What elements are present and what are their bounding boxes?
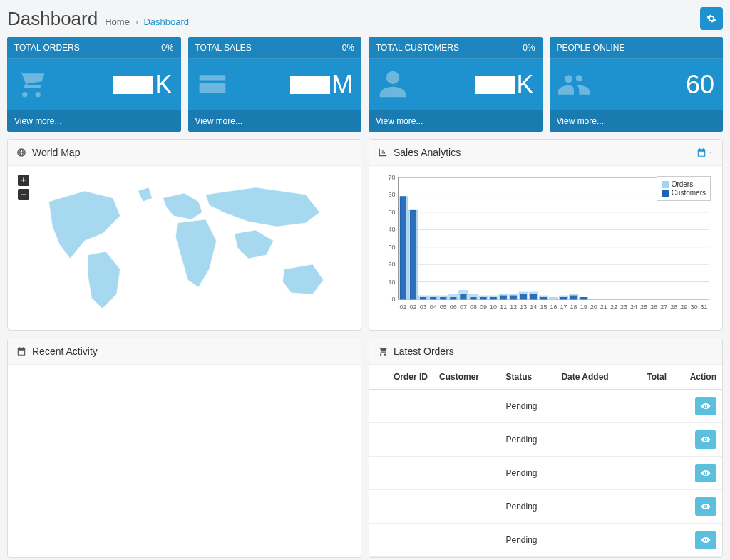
world-map[interactable]: + − (15, 173, 354, 323)
panel-title: Latest Orders (394, 346, 454, 357)
view-order-button[interactable] (695, 497, 716, 516)
tile-total-orders: TOTAL ORDERS 0% K View more... (7, 37, 181, 132)
svg-text:24: 24 (630, 304, 637, 311)
cell-order-id (369, 490, 433, 524)
tile-view-more[interactable]: View more... (7, 110, 181, 132)
svg-text:70: 70 (388, 174, 395, 181)
cell-status: Pending (500, 457, 555, 490)
th-order-id: Order ID (369, 365, 433, 390)
tile-label: PEOPLE ONLINE (557, 43, 625, 53)
cell-date (555, 423, 632, 457)
svg-text:10: 10 (490, 304, 497, 311)
view-order-button[interactable] (695, 531, 716, 549)
latest-orders-table: Order ID Customer Status Date Added Tota… (369, 365, 722, 557)
settings-button[interactable] (700, 7, 723, 30)
view-order-button[interactable] (695, 430, 716, 449)
breadcrumb-home[interactable]: Home (105, 16, 130, 27)
panel-title: Sales Analytics (394, 147, 461, 158)
panel-world-map: World Map + − (7, 139, 361, 331)
tile-suffix: K (516, 70, 533, 100)
svg-rect-47 (510, 296, 516, 299)
svg-text:08: 08 (470, 304, 477, 311)
cart-icon (378, 346, 388, 356)
svg-text:10: 10 (388, 279, 395, 286)
tile-view-more[interactable]: View more... (369, 110, 543, 132)
svg-rect-39 (431, 298, 436, 299)
svg-rect-32 (549, 298, 557, 299)
table-row: Pending (369, 457, 722, 490)
svg-rect-46 (500, 296, 506, 299)
svg-text:15: 15 (540, 304, 547, 311)
cell-date (555, 524, 632, 557)
svg-text:16: 16 (550, 304, 557, 311)
svg-text:40: 40 (388, 226, 395, 233)
cell-total (632, 390, 672, 423)
tile-pct: 0% (523, 43, 535, 53)
globe-icon (16, 147, 26, 157)
panel-latest-orders: Latest Orders Order ID Customer Status D… (369, 338, 723, 558)
breadcrumb-current[interactable]: Dashboard (143, 16, 189, 27)
tile-total-customers: TOTAL CUSTOMERS 0% K View more... (369, 37, 543, 132)
zoom-in-button[interactable]: + (18, 175, 29, 186)
cell-customer (433, 524, 500, 557)
tile-label: TOTAL SALES (195, 43, 252, 53)
svg-rect-40 (441, 298, 446, 299)
tile-view-more[interactable]: View more... (188, 110, 362, 132)
date-range-button[interactable] (696, 147, 714, 157)
svg-text:25: 25 (640, 304, 647, 311)
cell-status: Pending (500, 490, 555, 524)
table-row: Pending (369, 490, 722, 524)
legend-customers: Customers (672, 189, 706, 197)
svg-rect-49 (530, 294, 536, 299)
eye-icon (701, 435, 711, 445)
view-order-button[interactable] (695, 397, 716, 415)
svg-rect-52 (571, 296, 577, 299)
table-row: Pending (369, 390, 722, 423)
cell-total (632, 423, 672, 457)
svg-text:20: 20 (590, 304, 597, 311)
panel-recent-activity: Recent Activity (7, 338, 361, 558)
users-icon (558, 68, 590, 102)
tile-total-sales: TOTAL SALES 0% M View more... (188, 37, 362, 132)
svg-text:31: 31 (700, 304, 707, 311)
svg-text:20: 20 (388, 261, 395, 268)
cell-status: Pending (500, 524, 555, 557)
th-date: Date Added (555, 365, 632, 390)
svg-text:30: 30 (388, 244, 395, 251)
cell-order-id (369, 457, 433, 490)
breadcrumb: Home › Dashboard (105, 16, 189, 27)
panel-sales-analytics: Sales Analytics 010203040506070010203040… (369, 139, 723, 331)
svg-text:19: 19 (580, 304, 587, 311)
view-order-button[interactable] (695, 464, 716, 482)
svg-text:50: 50 (388, 209, 395, 216)
gear-icon (706, 14, 716, 24)
svg-text:05: 05 (440, 304, 447, 311)
svg-rect-53 (581, 298, 587, 299)
chart-legend: Orders Customers (657, 176, 711, 201)
value-mask (290, 76, 330, 94)
svg-rect-43 (471, 298, 476, 299)
tile-suffix: K (155, 70, 172, 100)
svg-rect-42 (461, 294, 466, 299)
tile-suffix: M (331, 70, 353, 100)
svg-text:21: 21 (600, 304, 607, 311)
svg-text:03: 03 (420, 304, 427, 311)
calendar-icon (696, 147, 706, 157)
zoom-out-button[interactable]: − (18, 189, 29, 200)
svg-text:12: 12 (510, 304, 517, 311)
stat-tiles: TOTAL ORDERS 0% K View more... TOTAL SAL… (7, 37, 723, 132)
svg-text:23: 23 (620, 304, 627, 311)
svg-text:30: 30 (690, 304, 697, 311)
svg-text:17: 17 (560, 304, 567, 311)
svg-text:06: 06 (450, 304, 457, 311)
svg-rect-41 (451, 298, 456, 299)
svg-rect-44 (480, 298, 486, 299)
svg-text:28: 28 (670, 304, 677, 311)
svg-rect-36 (401, 197, 406, 299)
panel-title: Recent Activity (32, 346, 98, 357)
svg-text:09: 09 (480, 304, 487, 311)
cell-total (632, 524, 672, 557)
tile-view-more[interactable]: View more... (550, 110, 724, 132)
tile-people-online: PEOPLE ONLINE 60 View more... (550, 37, 724, 132)
svg-rect-48 (520, 294, 526, 299)
